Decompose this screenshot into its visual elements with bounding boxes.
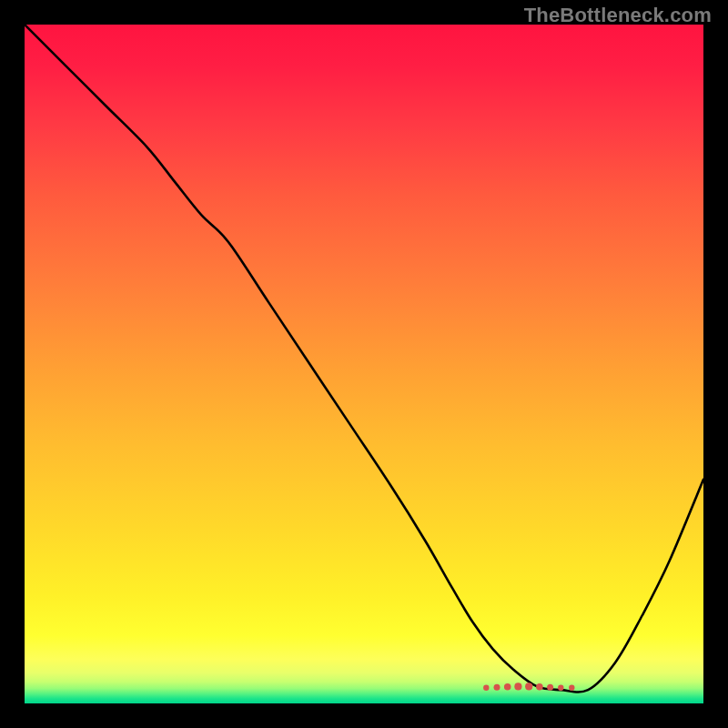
- watermark-text: TheBottleneck.com: [524, 4, 712, 27]
- chart-root: TheBottleneck.com: [0, 0, 728, 728]
- svg-point-6: [536, 683, 543, 691]
- svg-point-7: [547, 684, 553, 691]
- svg-point-4: [514, 682, 521, 690]
- optimal-range-marker: [25, 25, 703, 703]
- svg-point-5: [525, 682, 532, 690]
- svg-point-2: [494, 684, 500, 691]
- svg-point-8: [558, 685, 563, 691]
- svg-point-9: [569, 685, 574, 691]
- svg-point-1: [483, 685, 489, 691]
- svg-point-3: [504, 683, 511, 691]
- plot-area: [25, 25, 703, 703]
